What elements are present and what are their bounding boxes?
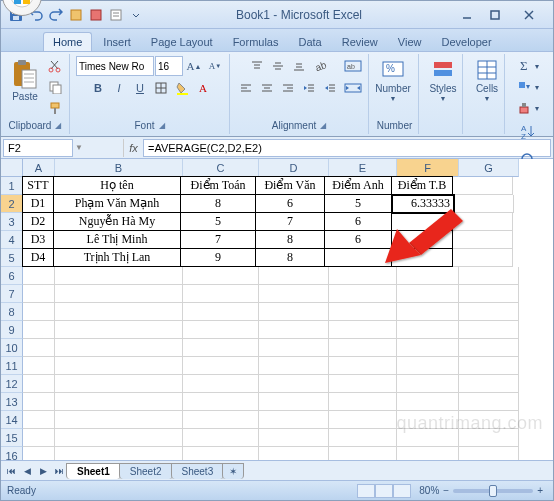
redo-icon[interactable] [47,6,65,24]
cell-F8[interactable] [397,303,459,321]
cell-A7[interactable] [23,285,55,303]
cell-F1[interactable]: Điểm T.B [391,176,453,195]
cell-G11[interactable] [459,357,519,375]
cell-G2[interactable] [454,195,514,213]
border-button[interactable] [151,78,171,98]
cell-E13[interactable] [329,393,397,411]
cell-C6[interactable] [183,267,259,285]
cell-F7[interactable] [397,285,459,303]
sort-filter-icon[interactable]: AZ [517,118,539,146]
cell-D1[interactable]: Điểm Văn [255,176,325,195]
cell-D6[interactable] [259,267,329,285]
cell-D2[interactable]: 6 [255,194,325,213]
cell-A9[interactable] [23,321,55,339]
wrap-text-icon[interactable]: ab [342,56,364,76]
cell-E4[interactable]: 6 [324,230,392,249]
cell-B11[interactable] [55,357,183,375]
font-name-combo[interactable]: Times New Ro [76,56,154,76]
cell-E9[interactable] [329,321,397,339]
sheet-nav-prev-icon[interactable]: ◀ [19,463,35,479]
cell-D12[interactable] [259,375,329,393]
cut-icon[interactable] [45,56,65,76]
tab-review[interactable]: Review [333,33,387,51]
clear-icon[interactable] [514,98,534,118]
merge-center-icon[interactable] [342,78,364,98]
col-header-E[interactable]: E [329,159,397,177]
cell-G5[interactable] [453,249,513,267]
select-all-corner[interactable] [1,159,23,177]
align-center-icon[interactable] [257,78,277,98]
font-color-button[interactable]: A [193,78,213,98]
cell-G7[interactable] [459,285,519,303]
cell-C4[interactable]: 7 [180,230,256,249]
zoom-percent[interactable]: 80% [419,485,439,496]
sheet-nav-next-icon[interactable]: ▶ [35,463,51,479]
sheet-nav-first-icon[interactable]: ⏮ [3,463,19,479]
bold-button[interactable]: B [88,78,108,98]
cell-G3[interactable] [453,213,513,231]
cell-B4[interactable]: Lê Thị Minh [53,230,181,249]
cell-E6[interactable] [329,267,397,285]
tab-home[interactable]: Home [43,32,92,51]
namebox-dropdown-icon[interactable]: ▼ [75,143,83,152]
cell-D14[interactable] [259,411,329,429]
cell-E7[interactable] [329,285,397,303]
cell-G9[interactable] [459,321,519,339]
decrease-indent-icon[interactable] [299,78,319,98]
cell-B2[interactable]: Phạm Văn Mạnh [53,194,181,213]
row-header-15[interactable]: 15 [1,429,23,447]
row-header-9[interactable]: 9 [1,321,23,339]
cell-B6[interactable] [55,267,183,285]
view-page-layout-icon[interactable] [375,484,393,498]
tab-data[interactable]: Data [289,33,330,51]
cell-F2[interactable]: 6.33333 [392,195,454,213]
cell-E3[interactable]: 6 [324,212,392,231]
tab-view[interactable]: View [389,33,431,51]
row-header-7[interactable]: 7 [1,285,23,303]
cell-F11[interactable] [397,357,459,375]
sheet-tab-1[interactable]: Sheet1 [66,463,121,479]
cell-E16[interactable] [329,447,397,460]
cell-G10[interactable] [459,339,519,357]
cell-B1[interactable]: Họ tên [53,176,181,195]
cell-G1[interactable] [453,177,513,195]
cell-B14[interactable] [55,411,183,429]
cell-A10[interactable] [23,339,55,357]
cell-E10[interactable] [329,339,397,357]
cell-C12[interactable] [183,375,259,393]
cell-G16[interactable] [459,447,519,460]
cell-G15[interactable] [459,429,519,447]
cell-A5[interactable]: D4 [22,248,54,267]
cell-A1[interactable]: STT [22,176,54,195]
cell-G14[interactable] [459,411,519,429]
zoom-slider[interactable] [453,489,533,493]
qat-icon-3[interactable] [107,6,125,24]
col-header-A[interactable]: A [23,159,55,177]
cell-D11[interactable] [259,357,329,375]
row-header-11[interactable]: 11 [1,357,23,375]
zoom-in-button[interactable]: + [537,485,543,496]
qat-icon-1[interactable] [67,6,85,24]
cell-E8[interactable] [329,303,397,321]
cell-B5[interactable]: Trịnh Thị Lan [53,248,181,267]
cell-C2[interactable]: 8 [180,194,256,213]
col-header-C[interactable]: C [183,159,259,177]
cell-C1[interactable]: Điểm Toán [180,176,256,195]
cell-G8[interactable] [459,303,519,321]
italic-button[interactable]: I [109,78,129,98]
cell-A13[interactable] [23,393,55,411]
cell-D7[interactable] [259,285,329,303]
cell-F6[interactable] [397,267,459,285]
cell-F13[interactable] [397,393,459,411]
cell-E11[interactable] [329,357,397,375]
minimize-button[interactable] [453,5,481,25]
cells-button[interactable]: Cells ▼ [469,56,505,104]
cell-A2[interactable]: D1 [22,194,54,213]
underline-button[interactable]: U [130,78,150,98]
cell-F12[interactable] [397,375,459,393]
cell-A14[interactable] [23,411,55,429]
row-header-6[interactable]: 6 [1,267,23,285]
tab-insert[interactable]: Insert [94,33,140,51]
row-header-12[interactable]: 12 [1,375,23,393]
row-header-3[interactable]: 3 [1,213,23,231]
